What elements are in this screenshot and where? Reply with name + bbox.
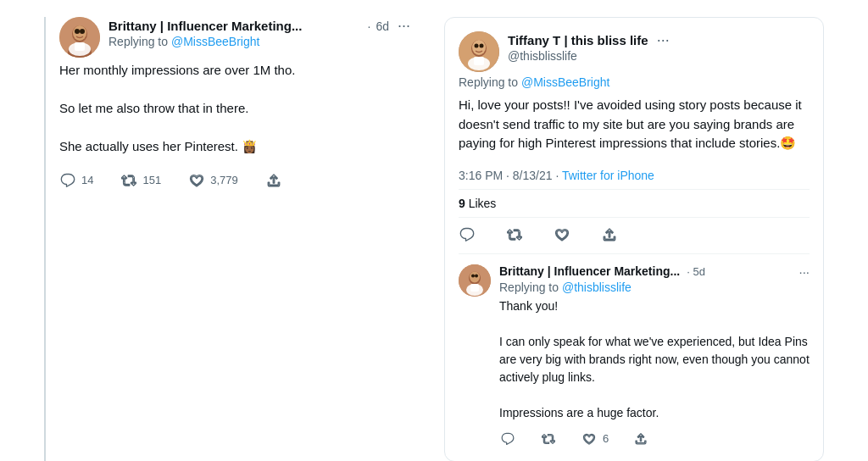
svg-point-5 (80, 29, 85, 34)
svg-point-4 (75, 29, 80, 34)
reply-user-name: Brittany | Influencer Marketing... (499, 264, 680, 278)
right-like-button[interactable] (554, 226, 570, 243)
likes-count: 9 (459, 197, 465, 210)
svg-rect-21 (470, 284, 479, 292)
left-like-button[interactable]: 3,779 (188, 172, 238, 189)
reply-actions: 6 (499, 430, 810, 447)
left-share-button[interactable] (265, 172, 282, 189)
svg-point-12 (480, 44, 484, 48)
reply-icon (459, 226, 476, 243)
right-more-options-button[interactable]: ··· (657, 31, 670, 49)
reply-share-button[interactable] (632, 430, 649, 447)
source-link[interactable]: Twitter for iPhone (562, 169, 654, 182)
right-tweet-body: Hi, love your posts!! I've avoided using… (459, 96, 810, 153)
reply-replying-to: Replying to @thisblisslife (499, 280, 810, 294)
right-reply-button[interactable] (459, 226, 476, 243)
reply-body: Brittany | Influencer Marketing... · 5d … (499, 264, 810, 447)
reply-like-count: 6 (603, 432, 609, 445)
left-like-count: 3,779 (210, 174, 238, 186)
right-user-handle: @thisblisslife (508, 49, 810, 63)
svg-point-17 (470, 271, 480, 282)
reply-user-header: Brittany | Influencer Marketing... · 5d … (499, 264, 810, 279)
reply-icon (59, 172, 76, 189)
left-tweet-meta: · 6d (368, 19, 389, 33)
left-tweet-actions: 14 151 3,779 (59, 172, 410, 189)
share-icon (632, 430, 649, 447)
right-replying-handle[interactable]: @MissBeeBright (521, 75, 609, 89)
left-tweet-panel: Brittany | Influencer Marketing... · 6d … (44, 17, 410, 461)
left-replying-handle[interactable]: @MissBeeBright (171, 35, 259, 48)
left-reply-button[interactable]: 14 (59, 172, 93, 189)
timestamp-line: 3:16 PM · 8/13/21 · Twitter for iPhone (459, 169, 810, 182)
right-replying-to: Replying to @MissBeeBright (459, 75, 810, 89)
left-tweet-header: Brittany | Influencer Marketing... · 6d … (59, 17, 410, 58)
share-icon (601, 226, 618, 243)
reply-like-button[interactable]: 6 (581, 430, 609, 447)
retweet-icon (120, 172, 137, 189)
left-replying-to: Replying to @MissBeeBright (108, 35, 410, 48)
left-retweet-button[interactable]: 151 (120, 172, 161, 189)
reply-section: Brittany | Influencer Marketing... · 5d … (459, 264, 810, 447)
right-avatar (459, 31, 499, 72)
left-retweet-count: 151 (142, 174, 161, 186)
right-retweet-button[interactable] (506, 226, 523, 243)
left-dot: · (368, 19, 371, 33)
like-icon (581, 430, 598, 447)
right-tweet-actions (459, 226, 810, 254)
right-user-name: Tiffany T | this bliss life (508, 33, 648, 47)
reply-reply-button[interactable] (499, 430, 516, 447)
left-time-ago: 6d (376, 19, 389, 33)
left-more-options-button[interactable]: ··· (398, 17, 410, 35)
left-user-name: Brittany | Influencer Marketing... (108, 19, 302, 33)
svg-point-19 (475, 274, 478, 277)
svg-point-11 (475, 44, 479, 48)
svg-rect-14 (474, 57, 484, 65)
svg-point-10 (472, 40, 486, 55)
left-tweet-body: Her monthly impressions are over 1M tho.… (59, 61, 410, 157)
share-icon (265, 172, 282, 189)
avatar (59, 17, 100, 58)
svg-point-3 (73, 25, 86, 41)
reply-tweet-body: Thank you! I can only speak for what we'… (499, 297, 810, 422)
retweet-icon (540, 430, 557, 447)
svg-rect-7 (75, 42, 85, 51)
likes-line: 9 Likes (459, 189, 810, 218)
right-tweet-header: Tiffany T | this bliss life ··· @thisbli… (459, 31, 810, 72)
reply-replying-handle[interactable]: @thisblisslife (562, 280, 632, 294)
timestamp: 3:16 PM · 8/13/21 (459, 169, 553, 182)
reply-meta: · 5d (687, 265, 705, 278)
reply-more-options-button[interactable]: ··· (798, 264, 810, 279)
like-icon (554, 226, 570, 243)
reply-retweet-button[interactable] (540, 430, 557, 447)
like-icon (188, 172, 205, 189)
retweet-icon (506, 226, 523, 243)
left-reply-count: 14 (81, 174, 93, 186)
main-container: Brittany | Influencer Marketing... · 6d … (19, 0, 849, 461)
reply-avatar (459, 264, 491, 297)
right-user-info: Tiffany T | this bliss life ··· @thisbli… (508, 31, 810, 63)
svg-point-18 (471, 274, 475, 277)
right-share-button[interactable] (601, 226, 618, 243)
right-tweet-panel: Tiffany T | this bliss life ··· @thisbli… (444, 17, 824, 461)
left-user-info: Brittany | Influencer Marketing... · 6d … (108, 17, 410, 53)
reply-icon (499, 430, 516, 447)
